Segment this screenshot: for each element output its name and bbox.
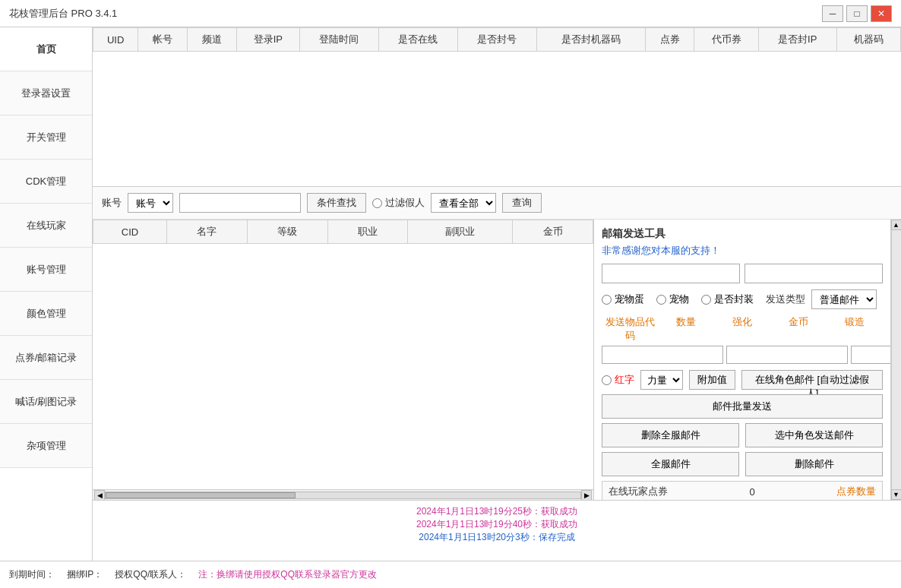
sidebar-item-color-management[interactable]: 颜色管理 <box>0 292 92 336</box>
filter-fake-radio[interactable] <box>372 198 382 208</box>
col-ip-banned: 是否封IP <box>758 28 836 52</box>
all-server-mail-button[interactable]: 全服邮件 <box>602 452 739 476</box>
log-line-2: 2024年1月1日13时19分40秒：获取成功 <box>102 518 892 531</box>
char-col-job: 职业 <box>327 220 408 244</box>
send-type-select[interactable]: 普通邮件 <box>811 289 877 309</box>
radio-pet: 宠物 <box>656 292 689 306</box>
item-header-gold: 金币 <box>770 315 827 343</box>
sidebar-item-misc[interactable]: 杂项管理 <box>0 424 92 468</box>
item-header-forge: 锻造 <box>827 315 883 343</box>
search-input[interactable] <box>179 193 301 213</box>
force-select[interactable]: 力量 <box>640 370 683 390</box>
condition-search-button[interactable]: 条件查找 <box>307 193 366 213</box>
view-all-select[interactable]: 查看全部 <box>431 193 496 213</box>
footer: 到期时间： 捆绑IP： 授权QQ/联系人： 注：换绑请使用授权QQ联系登录器官方… <box>0 561 901 588</box>
col-account: 帐号 <box>138 28 188 52</box>
uid-table: UID 帐号 频道 登录IP 登陆时间 是否在线 是否封号 是否封机器码 点券 … <box>93 27 901 52</box>
sidebar-item-login-settings[interactable]: 登录器设置 <box>0 71 92 115</box>
item-qty-input[interactable] <box>726 346 848 364</box>
scroll-body <box>891 230 902 489</box>
radio-seal-input[interactable] <box>701 295 711 305</box>
bulk-send-button[interactable]: 邮件批量发送 <box>602 394 883 419</box>
col-channel: 频道 <box>188 28 237 52</box>
radio-pet-input[interactable] <box>656 295 666 305</box>
col-machine-banned: 是否封机器码 <box>536 28 645 52</box>
mail-panel: 邮箱发送工具 非常感谢您对本服的支持！ 宠物蛋 宠物 <box>594 220 890 500</box>
points-value: 0 <box>674 486 830 498</box>
attach-button[interactable]: 附加值 <box>689 370 735 390</box>
mail-subject-row <box>602 264 883 283</box>
item-enhance-input[interactable] <box>851 346 890 364</box>
log-line-1: 2024年1月1日13时19分25秒：获取成功 <box>102 505 892 518</box>
sidebar-item-points-mail[interactable]: 点券/邮箱记录 <box>0 336 92 380</box>
close-button[interactable]: ✕ <box>871 5 892 22</box>
char-table-area: CID 名字 等级 职业 副职业 金币 ◀ <box>93 220 594 500</box>
sidebar-item-online-players[interactable]: 在线玩家 <box>0 204 92 248</box>
radio-pet-egg: 宠物蛋 <box>602 292 644 306</box>
item-header-enhance: 强化 <box>714 315 770 343</box>
top-table-area: UID 帐号 频道 登录IP 登陆时间 是否在线 是否封号 是否封机器码 点券 … <box>93 27 901 187</box>
item-inputs <box>602 346 883 364</box>
mail-radio-row: 宠物蛋 宠物 是否封装 发送类型 普通邮件 <box>602 289 883 309</box>
points-link[interactable]: 点券数量 <box>836 485 876 498</box>
mail-right-input[interactable] <box>745 264 883 283</box>
col-login-ip: 登录IP <box>236 28 299 52</box>
right-scrollbar: ▲ ▼ <box>890 220 901 500</box>
sidebar-item-home[interactable]: 首页 <box>0 27 92 71</box>
query-button[interactable]: 查询 <box>502 193 542 213</box>
char-table: CID 名字 等级 职业 副职业 金币 <box>93 220 593 244</box>
online-char-button[interactable]: 在线角色邮件 [自动过滤假人] <box>741 370 883 390</box>
sidebar-item-account-management[interactable]: 账号管理 <box>0 248 92 292</box>
char-col-subjob: 副职业 <box>408 220 513 244</box>
main-layout: 首页 登录器设置 开关管理 CDK管理 在线玩家 账号管理 颜色管理 点券/邮箱… <box>0 27 901 561</box>
sidebar-item-shout-map[interactable]: 喊话/刷图记录 <box>0 380 92 424</box>
scroll-right-arrow[interactable]: ▶ <box>581 490 592 501</box>
sidebar: 首页 登录器设置 开关管理 CDK管理 在线玩家 账号管理 颜色管理 点券/邮箱… <box>0 27 93 561</box>
char-col-gold: 金币 <box>513 220 593 244</box>
item-headers: 发送物品代码 数量 强化 金币 锻造 <box>602 315 883 343</box>
search-bar: 账号 账号 条件查找 过滤假人 查看全部 查询 <box>93 187 901 220</box>
scrollbar-thumb[interactable] <box>106 492 296 498</box>
delete-mail-button[interactable]: 删除邮件 <box>745 452 883 476</box>
footer-note: 注：换绑请使用授权QQ联系登录器官方更改 <box>198 568 377 581</box>
col-banned: 是否封号 <box>457 28 536 52</box>
item-header-qty: 数量 <box>658 315 714 343</box>
log-line-3: 2024年1月1日13时20分3秒：保存完成 <box>102 531 892 544</box>
char-scrollbar[interactable]: ◀ ▶ <box>93 489 593 500</box>
mail-subtitle-input[interactable] <box>602 264 740 283</box>
search-type-select[interactable]: 账号 <box>128 193 173 213</box>
sidebar-item-cdk[interactable]: CDK管理 <box>0 160 92 204</box>
select-send-button[interactable]: 选中角色发送邮件 <box>745 423 883 447</box>
app-title: 花枝管理后台 PRO 3.4.1 <box>9 7 822 21</box>
bottom-log: 2024年1月1日13时19分25秒：获取成功 2024年1月1日13时19分4… <box>93 500 901 561</box>
scrollbar-track <box>105 492 581 499</box>
mail-panel-subtitle: 非常感谢您对本服的支持！ <box>602 244 883 258</box>
footer-expire: 到期时间： <box>9 568 55 581</box>
item-code-input[interactable] <box>602 346 723 364</box>
scroll-left-arrow[interactable]: ◀ <box>94 490 105 501</box>
scroll-down-arrow[interactable]: ▼ <box>891 489 902 500</box>
bulk-send-row: 邮件批量发送 <box>602 394 883 419</box>
lower-content: CID 名字 等级 职业 副职业 金币 ◀ <box>93 220 901 500</box>
delete-all-button[interactable]: 删除全服邮件 <box>602 423 739 447</box>
red-label-radio: 红字 <box>602 373 634 387</box>
char-col-level: 等级 <box>247 220 327 244</box>
minimize-button[interactable]: ─ <box>822 5 843 22</box>
sidebar-item-switch-management[interactable]: 开关管理 <box>0 115 92 160</box>
mail-panel-title: 邮箱发送工具 <box>602 227 883 241</box>
points-label: 在线玩家点券 <box>609 485 668 498</box>
radio-seal: 是否封装 <box>701 292 754 306</box>
red-radio-input[interactable] <box>602 375 612 385</box>
send-type-row: 发送类型 普通邮件 <box>766 289 877 309</box>
content-area: UID 帐号 频道 登录IP 登陆时间 是否在线 是否封号 是否封机器码 点券 … <box>93 27 901 561</box>
footer-bind-ip: 捆绑IP： <box>67 568 103 581</box>
action-row: 红字 力量 附加值 在线角色邮件 [自动过滤假人] <box>602 370 883 390</box>
titlebar: 花枝管理后台 PRO 3.4.1 ─ □ ✕ <box>0 0 901 27</box>
filter-fake-label: 过滤假人 <box>372 196 425 210</box>
col-uid: UID <box>93 28 138 52</box>
maximize-button[interactable]: □ <box>846 5 868 22</box>
col-token: 代币券 <box>694 28 758 52</box>
radio-pet-egg-input[interactable] <box>602 295 612 305</box>
delete-select-row: 删除全服邮件 选中角色发送邮件 <box>602 423 883 447</box>
scroll-up-arrow[interactable]: ▲ <box>891 220 902 230</box>
